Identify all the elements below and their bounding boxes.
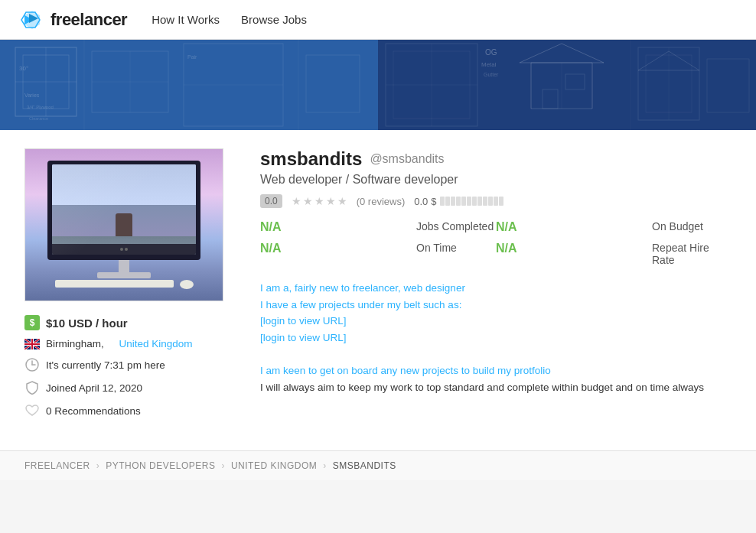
stat-rehire-value: N/A <box>496 242 649 266</box>
nav-browse-jobs[interactable]: Browse Jobs <box>241 13 307 26</box>
star-3: ★ <box>314 195 324 207</box>
bio-link-2[interactable]: [login to view URL] <box>260 330 732 346</box>
bio-line-5: I am keen to get on board any new projec… <box>260 365 551 376</box>
stat-jobs-label: Jobs Completed <box>413 220 496 234</box>
svg-text:Metal: Metal <box>481 61 497 68</box>
svg-text:Varies: Varies <box>24 93 40 98</box>
uk-flag-icon <box>24 339 40 349</box>
hero-banner: 30° Varies 3/4" Plywood Clearance Pair O… <box>0 40 756 130</box>
stars: ★ ★ ★ ★ ★ <box>292 195 347 207</box>
main-nav: How It Works Browse Jobs <box>152 13 307 26</box>
bio-link-1[interactable]: [login to view URL] <box>260 313 732 330</box>
budget-bar-1 <box>440 197 445 206</box>
breadcrumb-current: smsbandits <box>333 460 396 471</box>
svg-text:Pair: Pair <box>187 54 197 60</box>
svg-text:Gutter: Gutter <box>484 72 499 77</box>
blueprint-right: OG Metal Gutter <box>378 40 756 130</box>
svg-rect-18 <box>306 55 360 112</box>
hero-right: OG Metal Gutter <box>378 40 756 130</box>
current-time: It's currently 7:31 pm here <box>46 359 165 371</box>
stat-rehire-label: Repeat Hire Rate <box>649 242 732 266</box>
budget-bar-4 <box>456 197 461 206</box>
breadcrumb-uk[interactable]: UNITED KINGDOM <box>231 460 317 471</box>
reviews-count: (0 reviews) <box>357 196 406 207</box>
budget-bar-3 <box>451 197 455 206</box>
clock-icon <box>24 357 40 372</box>
svg-text:Clearance: Clearance <box>29 116 48 121</box>
blueprint-left: 30° Varies 3/4" Plywood Clearance Pair <box>0 40 378 130</box>
bio-line-1: I am a, fairly new to freelancer, web de… <box>260 282 465 294</box>
profile-section: $ $10 USD / hour Birmingham, United King… <box>0 130 756 450</box>
budget-score-value: 0.0 <box>414 196 428 207</box>
imac-desk-row <box>55 280 194 289</box>
star-4: ★ <box>326 195 336 207</box>
breadcrumb-bar: FREELANCER › PYTHON DEVELOPERS › UNITED … <box>0 450 756 480</box>
star-1: ★ <box>292 195 301 207</box>
profile-right-column: smsbandits @smsbandits Web developer / S… <box>260 148 732 426</box>
breadcrumb-freelancer[interactable]: FREELANCER <box>24 460 90 471</box>
budget-bar-5 <box>461 197 466 206</box>
stat-ontime-label: On Time <box>413 242 496 266</box>
bio-line-2: I have a few projects under my belt such… <box>260 299 461 310</box>
user-title: Web developer / Software developer <box>260 173 732 187</box>
username: smsbandits <box>260 148 362 170</box>
budget-bar-10 <box>488 197 493 206</box>
hero-left: 30° Varies 3/4" Plywood Clearance Pair <box>0 40 378 130</box>
profile-image-inner <box>25 149 223 301</box>
breadcrumb-sep-2: › <box>221 460 225 471</box>
dollar-sign: $ <box>431 196 436 207</box>
logo[interactable]: freelancer <box>18 9 127 31</box>
location-country-link[interactable]: United Kingdom <box>119 338 193 349</box>
budget-bar-6 <box>467 197 471 206</box>
svg-text:30°: 30° <box>19 65 28 72</box>
svg-text:OG: OG <box>485 48 497 57</box>
imac-screen <box>52 164 196 255</box>
breadcrumb-sep-3: › <box>323 460 327 471</box>
imac-monitor <box>47 161 200 260</box>
rate-item: $ $10 USD / hour <box>24 315 239 330</box>
location-city: Birmingham, <box>46 338 104 349</box>
budget-bar-9 <box>483 197 487 206</box>
rate-value: $10 USD / hour <box>46 317 128 330</box>
breadcrumb-python-devs[interactable]: PYTHON DEVELOPERS <box>106 460 215 471</box>
recommendations-item: 0 Recommendations <box>24 403 239 418</box>
heart-icon <box>24 403 40 418</box>
recommendations-count: 0 Recommendations <box>46 405 141 417</box>
dollar-icon: $ <box>24 315 40 330</box>
stat-ontime-value: N/A <box>260 242 413 266</box>
budget-bar-11 <box>494 197 498 206</box>
budget-bars <box>440 197 503 206</box>
stat-budget-label: On Budget <box>649 220 732 234</box>
budget-bar-8 <box>477 197 482 206</box>
shield-icon <box>24 380 40 395</box>
bio-section: I am a, fairly new to freelancer, web de… <box>260 280 732 395</box>
stats-grid: N/A Jobs Completed N/A On Budget N/A On … <box>260 220 732 266</box>
bio-line-6: I will always aim to keep my work to top… <box>260 382 704 393</box>
profile-image <box>24 148 223 301</box>
svg-rect-29 <box>565 74 585 89</box>
budget-bar-7 <box>472 197 477 206</box>
star-5: ★ <box>337 195 347 207</box>
imac-stand-base <box>97 272 151 278</box>
rating-row: 0.0 ★ ★ ★ ★ ★ (0 reviews) 0.0 $ <box>260 194 732 208</box>
username-row: smsbandits @smsbandits <box>260 148 732 170</box>
imac-keyboard <box>55 280 174 288</box>
header: freelancer How It Works Browse Jobs <box>0 0 756 40</box>
nav-how-it-works[interactable]: How It Works <box>152 13 220 26</box>
profile-left-column: $ $10 USD / hour Birmingham, United King… <box>24 148 239 426</box>
svg-marker-27 <box>520 44 604 63</box>
joined-date: Joined April 12, 2020 <box>46 382 142 394</box>
breadcrumb-sep-1: › <box>96 460 100 471</box>
location-item: Birmingham, United Kingdom <box>24 338 239 349</box>
budget-bar-2 <box>445 197 450 206</box>
imac-mouse <box>180 280 194 289</box>
svg-rect-38 <box>707 59 749 112</box>
user-handle: @smsbandits <box>370 152 444 166</box>
time-item: It's currently 7:31 pm here <box>24 357 239 372</box>
svg-rect-28 <box>543 89 558 109</box>
stat-budget-value: N/A <box>496 220 649 234</box>
stat-jobs-value: N/A <box>260 220 413 234</box>
svg-text:3/4" Plywood: 3/4" Plywood <box>27 105 54 109</box>
logo-text: freelancer <box>51 10 127 30</box>
imac-stand-neck <box>119 260 129 272</box>
